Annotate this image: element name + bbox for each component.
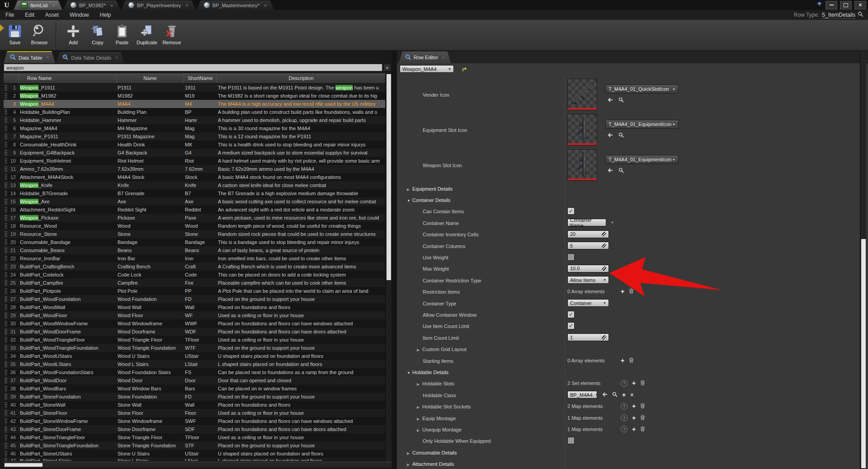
tab-row-editor[interactable]: Row Editor × bbox=[399, 52, 451, 63]
class-dropdown[interactable]: BP_M4A4▼ bbox=[567, 391, 597, 399]
spin-drag-icon[interactable] bbox=[602, 335, 606, 340]
column-header-name[interactable]: Name bbox=[117, 73, 184, 83]
spinbox[interactable]: 1 bbox=[567, 333, 609, 341]
table-row[interactable]: 23BuildPart_CraftingBenchCrafting BenchC… bbox=[4, 263, 385, 271]
scrollbar-thumb[interactable] bbox=[861, 239, 866, 468]
property-row-use-weight[interactable]: Use Weight bbox=[397, 251, 860, 263]
table-row[interactable]: 36BuildPart_WoodFoundationStairsWood Fou… bbox=[4, 368, 385, 376]
table-horizontal-scrollbar[interactable] bbox=[4, 462, 392, 468]
property-row-unequip-montage[interactable]: ▶Unequip Montage1 Map elements?+ bbox=[397, 423, 860, 435]
property-row-can-contain-items[interactable]: Can Contain Items✓ bbox=[397, 206, 860, 217]
delete-elements-icon[interactable] bbox=[640, 402, 645, 410]
table-row[interactable]: 22Resource_IronBarIron BarIronIron smelt… bbox=[4, 254, 385, 263]
help-icon[interactable]: ? bbox=[621, 380, 627, 387]
close-icon[interactable]: × bbox=[442, 55, 445, 60]
menu-item-asset[interactable]: Asset bbox=[40, 12, 64, 18]
property-row-equipment-slot-icon[interactable]: Equipment Slot IconT_M4A4_01_EquipmentIc… bbox=[397, 112, 860, 147]
delete-elements-icon[interactable] bbox=[629, 356, 634, 365]
scrollbar-thumb[interactable] bbox=[5, 463, 42, 467]
window-tab-itemlist[interactable]: ItemList× bbox=[14, 0, 62, 10]
spin-drag-icon[interactable] bbox=[602, 232, 606, 236]
asset-dropdown[interactable]: T_M4A4_01_EquipmentIcon▼ bbox=[605, 120, 679, 129]
table-row[interactable]: 34BuildPart_WoodUStairsWood U StairsUSta… bbox=[4, 352, 385, 360]
table-row[interactable]: 29BuildPart_WoodFloorWood FloorWFUsed as… bbox=[4, 311, 385, 319]
tutorial-icon[interactable] bbox=[816, 0, 823, 9]
add-element-icon[interactable]: + bbox=[622, 392, 626, 398]
expand-arrow-icon[interactable]: ▶ bbox=[417, 428, 422, 432]
table-row[interactable]: 27BuildPart_WoodFoundationWood Foundatio… bbox=[4, 295, 385, 303]
property-row-container-type[interactable]: Container TypeContainer▼ bbox=[397, 297, 860, 309]
table-row[interactable]: 2Weapon_M1982M1982M19The M1982 is a shor… bbox=[4, 92, 385, 100]
property-row-container-inventory-cells[interactable]: Container Inventory Cells20 bbox=[397, 229, 860, 240]
reset-to-default-icon[interactable] bbox=[461, 66, 467, 74]
column-header-shortname[interactable]: ShortName bbox=[184, 73, 217, 83]
table-row[interactable]: 9Equipment_G4BackpackG4 BackpackG4A medi… bbox=[4, 149, 385, 157]
search-clear-button[interactable]: × bbox=[384, 64, 391, 71]
clear-reference-icon[interactable]: × bbox=[630, 392, 633, 398]
table-row[interactable]: 40BuildPart_StoneWallStone WallWallPlace… bbox=[4, 401, 385, 409]
tab-data-table[interactable]: Data Table× bbox=[4, 51, 55, 63]
table-row[interactable]: 26BuildPart_PlotpolePlot PolePPA Plot Po… bbox=[4, 287, 385, 295]
table-row[interactable]: 6Magazine_M4A4M4 MagazineMagThis is a 30… bbox=[4, 124, 385, 132]
copy-button[interactable]: Copy bbox=[88, 23, 108, 47]
use-selected-asset-icon[interactable] bbox=[607, 167, 613, 175]
save-button[interactable]: Save bbox=[5, 23, 25, 47]
text-field[interactable]: Container Name bbox=[567, 219, 606, 226]
checkbox[interactable] bbox=[567, 253, 575, 261]
close-icon[interactable]: × bbox=[110, 3, 113, 8]
remove-button[interactable]: Remove bbox=[162, 23, 182, 47]
delete-elements-icon[interactable] bbox=[640, 425, 645, 433]
close-icon[interactable]: × bbox=[52, 3, 55, 8]
property-row-allow-container-window[interactable]: Allow Container Window✓ bbox=[397, 309, 860, 320]
chevron-down-icon[interactable]: ▼ bbox=[611, 221, 614, 224]
property-row-container-name[interactable]: Container NameContainer Name▼ bbox=[397, 217, 860, 228]
expand-arrow-icon[interactable]: ▶ bbox=[417, 348, 422, 352]
menu-item-file[interactable]: File bbox=[0, 12, 19, 18]
close-icon[interactable]: × bbox=[115, 55, 118, 60]
add-element-icon[interactable]: + bbox=[632, 403, 636, 409]
table-row[interactable]: 42BuildPart_StoneWindowFrameStone Window… bbox=[4, 417, 385, 425]
table-row[interactable]: 15Weapon_AxeAxeAxeA basic wood cutting a… bbox=[4, 197, 385, 206]
spinbox[interactable]: 5 bbox=[567, 242, 609, 249]
details-vertical-scrollbar[interactable] bbox=[860, 51, 866, 469]
expand-arrow-icon[interactable]: ▶ bbox=[407, 463, 412, 467]
checkbox[interactable]: ✓ bbox=[567, 322, 575, 329]
delete-elements-icon[interactable] bbox=[629, 287, 634, 295]
table-row[interactable]: 20Consumable_BandageBandageBandageThis i… bbox=[4, 238, 385, 246]
paste-button[interactable]: Paste bbox=[112, 23, 132, 47]
table-row[interactable]: 28BuildPart_WoodWallWood WallWallPlaced … bbox=[4, 303, 385, 311]
browse-button[interactable]: Browse bbox=[29, 23, 49, 47]
table-row[interactable]: 30BuildPart_WoodWindowFrameWood Windowfr… bbox=[4, 319, 385, 328]
asset-dropdown[interactable]: T_M4A4_01_QuickSlotIcon▼ bbox=[605, 84, 679, 94]
table-row[interactable]: 37BuildPart_WoodDoorWood DoorDoorDoor th… bbox=[4, 376, 385, 385]
dock-splitter[interactable] bbox=[392, 51, 397, 469]
property-row-container-columns[interactable]: Container Columns5 bbox=[397, 240, 860, 251]
table-row[interactable]: 19Resource_StoneStoneStoneRandom sized r… bbox=[4, 230, 385, 238]
expand-arrow-icon[interactable]: ▶ bbox=[417, 382, 422, 386]
table-row[interactable]: 47BuildPart_StoneLStairsStone L StairsLS… bbox=[4, 458, 385, 461]
table-row[interactable]: 32BuildPart_WoodTriangleFloorWood Triang… bbox=[4, 336, 385, 344]
add-element-icon[interactable]: + bbox=[632, 415, 636, 421]
help-icon[interactable]: ? bbox=[621, 403, 627, 410]
spinbox[interactable]: 10.0 bbox=[567, 265, 609, 272]
expand-arrow-icon[interactable]: ▶ bbox=[407, 451, 412, 455]
property-row-container-restriction-type[interactable]: Container Restriction TypeAllow Items▼ bbox=[397, 274, 860, 286]
table-row[interactable]: 5Holdable_HammerHammerHamrA hammer used … bbox=[4, 116, 385, 124]
table-row[interactable]: 39BuildPart_StoneFoundationStone Foundat… bbox=[4, 393, 385, 401]
table-row[interactable]: 17Weapon_PickaxePickaxePaxeA worn pickax… bbox=[4, 214, 385, 222]
spinbox[interactable]: 20 bbox=[567, 230, 609, 238]
duplicate-button[interactable]: Duplicate bbox=[137, 23, 157, 47]
window-tab-bp-masterinventory[interactable]: BP_MasterInventory*× bbox=[197, 0, 274, 10]
tab-data-table-details[interactable]: Data Table Details× bbox=[56, 52, 124, 63]
table-row[interactable]: 12Attachment_M4A4StockM4A4 StockStockA b… bbox=[4, 173, 385, 181]
add-element-icon[interactable]: + bbox=[621, 289, 624, 294]
browse-to-asset-icon[interactable] bbox=[618, 96, 624, 104]
table-row[interactable]: 45BuildPart_StoneTriangleFoundationStone… bbox=[4, 441, 385, 450]
add-element-icon[interactable]: + bbox=[621, 358, 624, 363]
property-row-holdable-details[interactable]: ▼Holdable Details bbox=[397, 366, 860, 377]
asset-thumbnail[interactable] bbox=[567, 114, 597, 145]
close-button[interactable]: × bbox=[854, 1, 866, 9]
table-row[interactable]: 8Consumable_HealthDrinkHealth DrinkMKThi… bbox=[4, 141, 385, 149]
scrollbar-thumb[interactable] bbox=[387, 74, 391, 280]
checkbox[interactable] bbox=[567, 437, 575, 444]
